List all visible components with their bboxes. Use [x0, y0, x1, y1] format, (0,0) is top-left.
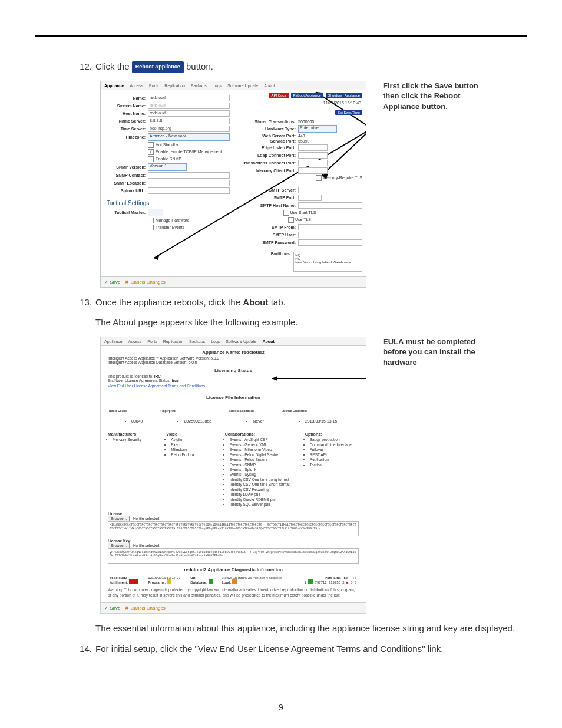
tab-access-2[interactable]: Access	[128, 340, 142, 344]
step-12-pre: Click the	[95, 61, 132, 71]
name-server-input[interactable]: 8.8.8.8	[148, 118, 230, 124]
set-datetime-button[interactable]: Set Date/Time	[335, 110, 362, 115]
tab-access[interactable]: Access	[130, 84, 143, 88]
smtp-host-label: SMTP Host Name:	[237, 203, 298, 207]
tab-appliance[interactable]: Appliance	[104, 84, 124, 88]
remote-tcpip-checkbox[interactable]	[148, 149, 154, 155]
list-item: Events - ArcSight CEF	[230, 437, 300, 442]
license-browse-button[interactable]: Browse...	[108, 516, 130, 521]
list-item: Identity Oracle RDBMS pull	[230, 498, 300, 502]
tab-about-2[interactable]: About	[263, 340, 275, 344]
db-version: Intelligent Access Appliance Database Ve…	[101, 360, 366, 364]
manufacturers-heading: Manufacturers:	[108, 432, 161, 436]
splunk-url-input[interactable]	[148, 187, 230, 194]
enable-snmp-label: Enable SNMP	[156, 157, 181, 161]
tactical-master-select[interactable]	[148, 209, 163, 216]
save-button[interactable]: ✔ Save	[104, 279, 120, 285]
license-textarea[interactable]: MI5UBE5CT95CT95CT95CT95CT95CT95CT95CT95C…	[108, 521, 359, 536]
about-page-screenshot: Appliance Access Ports Replication Backu…	[100, 337, 366, 614]
web-port-value: 443	[298, 134, 305, 138]
ldap-port-label: Ldap Connect Port:	[237, 153, 298, 157]
manage-hardware-checkbox[interactable]	[148, 218, 154, 223]
mercury-tls-checkbox[interactable]	[316, 175, 322, 181]
tab-backups-2[interactable]: Backups	[189, 340, 205, 344]
starttls-checkbox[interactable]	[283, 210, 289, 216]
list-item: Events - Splunk	[230, 467, 300, 472]
tab-ports[interactable]: Ports	[149, 84, 158, 88]
edge-port-label: Edge Listen Port:	[237, 146, 298, 150]
license-key-browse-button[interactable]: Browse...	[108, 543, 130, 548]
list-item: REST API	[310, 453, 359, 457]
partitions-list[interactable]: HQ NC New York - Long Island Warehouse	[293, 252, 362, 272]
list-item: Events - Milestone Video	[230, 447, 300, 452]
host-name-input[interactable]: redcloud	[148, 110, 230, 117]
list-item: Replication	[310, 457, 359, 462]
hardware-type-select[interactable]: Enterprise	[298, 125, 337, 133]
license-file-info-heading: License File Information	[101, 395, 366, 400]
license-key-textarea[interactable]: yF76TxbQ280YUnJqNCT4mPhd0XZnN9CKeplKCnwC…	[108, 548, 359, 564]
system-name-input[interactable]: redcloud	[148, 103, 230, 109]
partitions-label: Partitions:	[237, 252, 293, 256]
list-item: Badge production	[310, 437, 359, 442]
tab-replication[interactable]: Replication	[164, 84, 185, 88]
snmp-version-select[interactable]: Version 1	[148, 163, 187, 171]
tab-appliance-2[interactable]: Appliance	[104, 340, 123, 344]
cancel-changes-button-2[interactable]: ✖ Cancel Changes	[125, 605, 165, 611]
transfer-events-checkbox[interactable]	[148, 225, 154, 230]
remote-tcpip-label: Enable remote TCP/IP Management	[156, 150, 222, 154]
tab-software-update[interactable]: Software Update	[227, 84, 258, 88]
tx-port-label: Transactions Connect Port:	[237, 161, 298, 165]
tab-logs[interactable]: Logs	[213, 84, 222, 88]
tab-ports-2[interactable]: Ports	[147, 340, 157, 344]
smtp-port-input[interactable]	[298, 195, 322, 201]
smtp-from-label: SMTP From:	[237, 225, 298, 229]
tab-logs-2[interactable]: Logs	[211, 340, 220, 344]
hardware-type-label: Hardware Type:	[237, 127, 298, 131]
stored-tx-value: 5000000	[298, 120, 314, 124]
reboot-appliance-button[interactable]: Reboot Appliance	[291, 93, 323, 98]
smtp-from-input[interactable]	[298, 224, 362, 230]
starttls-label: Use Start TLS	[290, 210, 316, 215]
list-item: Failover	[310, 447, 359, 452]
timezone-select[interactable]: America - New York	[148, 133, 230, 141]
partition-item[interactable]: New York - Long Island Warehouse	[295, 261, 361, 264]
snmp-location-input[interactable]	[148, 180, 230, 186]
save-button-2[interactable]: ✔ Save	[104, 605, 120, 611]
hot-standby-checkbox[interactable]	[148, 142, 154, 148]
smtp-user-input[interactable]	[298, 232, 362, 238]
step-12: 12. Click the Reboot Appliance button.	[77, 60, 521, 74]
smtp-server-input[interactable]	[298, 187, 362, 193]
smtp-port-label: SMTP Port:	[237, 196, 298, 200]
smtp-pass-input[interactable]	[298, 239, 362, 246]
tab-software-update-2[interactable]: Software Update	[226, 340, 256, 344]
web-port-label: Web Server Port:	[237, 134, 298, 138]
collab-heading: Collaborations:	[225, 432, 300, 436]
diagnostic-heading: redcloud2 Appliance Diagnostic Informati…	[101, 567, 366, 572]
fingerprint-label: Fingerprint:	[160, 410, 211, 413]
mercury-port-input[interactable]	[298, 167, 328, 174]
edge-port-input[interactable]	[298, 144, 328, 151]
time-server-input[interactable]: pool.ntp.org	[148, 126, 230, 132]
snmp-contact-input[interactable]	[148, 172, 230, 179]
enable-snmp-checkbox[interactable]	[148, 156, 154, 162]
name-input[interactable]: redcloud	[148, 95, 230, 101]
step-13-post: tab.	[268, 297, 285, 307]
shutdown-appliance-button[interactable]: Shutdown Appliance	[326, 93, 362, 98]
ldap-port-input[interactable]	[298, 152, 328, 159]
tab-about[interactable]: About	[264, 84, 275, 88]
usetls-checkbox[interactable]	[288, 217, 294, 223]
tactical-master-label: Tactical Master:	[104, 210, 148, 215]
copyright-warning: Warning: This computer program is protec…	[108, 588, 359, 598]
tx-port-input[interactable]	[298, 160, 328, 166]
license-key-label: License Key:	[108, 539, 131, 543]
about-page-intro: The About page appears like the followin…	[95, 316, 521, 330]
tab-replication-2[interactable]: Replication	[163, 340, 184, 344]
tab-backups[interactable]: Backups	[191, 84, 207, 88]
smtp-host-input[interactable]	[298, 202, 362, 209]
api-docs-button[interactable]: API Docs	[269, 93, 289, 98]
mercury-tls-label: Mercury-Require TLS	[323, 176, 362, 180]
smtp-user-label: SMTP User:	[237, 233, 298, 237]
essential-info-text: The essential information about this app…	[95, 622, 521, 635]
cancel-changes-button[interactable]: ✖ Cancel Changes	[125, 279, 165, 285]
eula-link[interactable]: View End User License Agreement Terms an…	[101, 383, 366, 391]
